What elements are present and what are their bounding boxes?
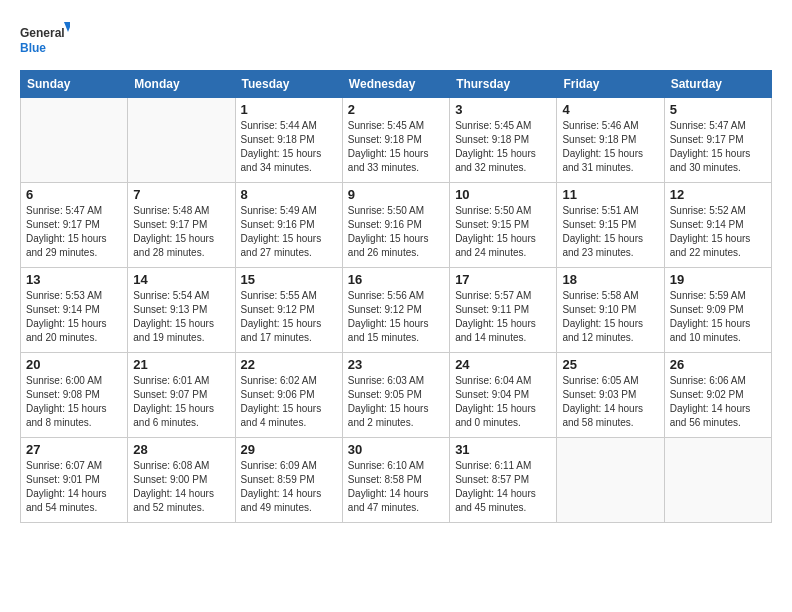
calendar-cell: 18Sunrise: 5:58 AM Sunset: 9:10 PM Dayli… <box>557 268 664 353</box>
calendar-cell: 27Sunrise: 6:07 AM Sunset: 9:01 PM Dayli… <box>21 438 128 523</box>
day-info: Sunrise: 6:10 AM Sunset: 8:58 PM Dayligh… <box>348 459 444 515</box>
day-info: Sunrise: 5:45 AM Sunset: 9:18 PM Dayligh… <box>348 119 444 175</box>
day-number: 8 <box>241 187 337 202</box>
day-number: 1 <box>241 102 337 117</box>
day-number: 5 <box>670 102 766 117</box>
calendar-cell: 28Sunrise: 6:08 AM Sunset: 9:00 PM Dayli… <box>128 438 235 523</box>
day-number: 24 <box>455 357 551 372</box>
week-row-5: 27Sunrise: 6:07 AM Sunset: 9:01 PM Dayli… <box>21 438 772 523</box>
day-number: 9 <box>348 187 444 202</box>
day-info: Sunrise: 6:03 AM Sunset: 9:05 PM Dayligh… <box>348 374 444 430</box>
calendar-cell: 2Sunrise: 5:45 AM Sunset: 9:18 PM Daylig… <box>342 98 449 183</box>
calendar-cell: 26Sunrise: 6:06 AM Sunset: 9:02 PM Dayli… <box>664 353 771 438</box>
svg-text:General: General <box>20 26 65 40</box>
day-info: Sunrise: 6:01 AM Sunset: 9:07 PM Dayligh… <box>133 374 229 430</box>
day-info: Sunrise: 6:00 AM Sunset: 9:08 PM Dayligh… <box>26 374 122 430</box>
week-row-3: 13Sunrise: 5:53 AM Sunset: 9:14 PM Dayli… <box>21 268 772 353</box>
col-header-saturday: Saturday <box>664 71 771 98</box>
day-number: 25 <box>562 357 658 372</box>
week-row-2: 6Sunrise: 5:47 AM Sunset: 9:17 PM Daylig… <box>21 183 772 268</box>
day-info: Sunrise: 5:57 AM Sunset: 9:11 PM Dayligh… <box>455 289 551 345</box>
day-number: 22 <box>241 357 337 372</box>
day-info: Sunrise: 5:59 AM Sunset: 9:09 PM Dayligh… <box>670 289 766 345</box>
day-info: Sunrise: 5:45 AM Sunset: 9:18 PM Dayligh… <box>455 119 551 175</box>
col-header-wednesday: Wednesday <box>342 71 449 98</box>
calendar-cell: 4Sunrise: 5:46 AM Sunset: 9:18 PM Daylig… <box>557 98 664 183</box>
day-info: Sunrise: 5:49 AM Sunset: 9:16 PM Dayligh… <box>241 204 337 260</box>
calendar-cell: 13Sunrise: 5:53 AM Sunset: 9:14 PM Dayli… <box>21 268 128 353</box>
calendar-cell: 14Sunrise: 5:54 AM Sunset: 9:13 PM Dayli… <box>128 268 235 353</box>
calendar-cell: 15Sunrise: 5:55 AM Sunset: 9:12 PM Dayli… <box>235 268 342 353</box>
calendar-cell: 21Sunrise: 6:01 AM Sunset: 9:07 PM Dayli… <box>128 353 235 438</box>
calendar-cell: 20Sunrise: 6:00 AM Sunset: 9:08 PM Dayli… <box>21 353 128 438</box>
day-number: 2 <box>348 102 444 117</box>
col-header-thursday: Thursday <box>450 71 557 98</box>
day-number: 21 <box>133 357 229 372</box>
logo-svg: General Blue <box>20 20 70 60</box>
day-info: Sunrise: 5:58 AM Sunset: 9:10 PM Dayligh… <box>562 289 658 345</box>
day-number: 31 <box>455 442 551 457</box>
calendar-cell: 22Sunrise: 6:02 AM Sunset: 9:06 PM Dayli… <box>235 353 342 438</box>
calendar-header-row: SundayMondayTuesdayWednesdayThursdayFrid… <box>21 71 772 98</box>
calendar-cell: 9Sunrise: 5:50 AM Sunset: 9:16 PM Daylig… <box>342 183 449 268</box>
day-info: Sunrise: 5:47 AM Sunset: 9:17 PM Dayligh… <box>26 204 122 260</box>
calendar-cell: 8Sunrise: 5:49 AM Sunset: 9:16 PM Daylig… <box>235 183 342 268</box>
day-info: Sunrise: 5:46 AM Sunset: 9:18 PM Dayligh… <box>562 119 658 175</box>
calendar-cell <box>21 98 128 183</box>
day-info: Sunrise: 5:55 AM Sunset: 9:12 PM Dayligh… <box>241 289 337 345</box>
calendar-cell: 6Sunrise: 5:47 AM Sunset: 9:17 PM Daylig… <box>21 183 128 268</box>
day-number: 15 <box>241 272 337 287</box>
day-info: Sunrise: 5:56 AM Sunset: 9:12 PM Dayligh… <box>348 289 444 345</box>
week-row-4: 20Sunrise: 6:00 AM Sunset: 9:08 PM Dayli… <box>21 353 772 438</box>
day-number: 10 <box>455 187 551 202</box>
svg-text:Blue: Blue <box>20 41 46 55</box>
calendar-cell: 5Sunrise: 5:47 AM Sunset: 9:17 PM Daylig… <box>664 98 771 183</box>
day-number: 19 <box>670 272 766 287</box>
day-number: 16 <box>348 272 444 287</box>
calendar-cell: 17Sunrise: 5:57 AM Sunset: 9:11 PM Dayli… <box>450 268 557 353</box>
day-number: 14 <box>133 272 229 287</box>
calendar-cell: 16Sunrise: 5:56 AM Sunset: 9:12 PM Dayli… <box>342 268 449 353</box>
calendar-cell: 25Sunrise: 6:05 AM Sunset: 9:03 PM Dayli… <box>557 353 664 438</box>
day-number: 11 <box>562 187 658 202</box>
day-number: 7 <box>133 187 229 202</box>
col-header-monday: Monday <box>128 71 235 98</box>
calendar-cell: 29Sunrise: 6:09 AM Sunset: 8:59 PM Dayli… <box>235 438 342 523</box>
day-number: 23 <box>348 357 444 372</box>
day-info: Sunrise: 5:48 AM Sunset: 9:17 PM Dayligh… <box>133 204 229 260</box>
day-info: Sunrise: 6:07 AM Sunset: 9:01 PM Dayligh… <box>26 459 122 515</box>
week-row-1: 1Sunrise: 5:44 AM Sunset: 9:18 PM Daylig… <box>21 98 772 183</box>
day-info: Sunrise: 6:09 AM Sunset: 8:59 PM Dayligh… <box>241 459 337 515</box>
calendar-cell <box>128 98 235 183</box>
day-info: Sunrise: 5:52 AM Sunset: 9:14 PM Dayligh… <box>670 204 766 260</box>
day-number: 12 <box>670 187 766 202</box>
calendar-cell: 7Sunrise: 5:48 AM Sunset: 9:17 PM Daylig… <box>128 183 235 268</box>
day-number: 20 <box>26 357 122 372</box>
day-number: 30 <box>348 442 444 457</box>
day-info: Sunrise: 5:54 AM Sunset: 9:13 PM Dayligh… <box>133 289 229 345</box>
day-number: 4 <box>562 102 658 117</box>
col-header-friday: Friday <box>557 71 664 98</box>
day-info: Sunrise: 6:06 AM Sunset: 9:02 PM Dayligh… <box>670 374 766 430</box>
day-info: Sunrise: 6:08 AM Sunset: 9:00 PM Dayligh… <box>133 459 229 515</box>
day-info: Sunrise: 5:50 AM Sunset: 9:16 PM Dayligh… <box>348 204 444 260</box>
day-number: 26 <box>670 357 766 372</box>
svg-marker-2 <box>64 22 70 32</box>
calendar-cell: 19Sunrise: 5:59 AM Sunset: 9:09 PM Dayli… <box>664 268 771 353</box>
calendar-cell: 31Sunrise: 6:11 AM Sunset: 8:57 PM Dayli… <box>450 438 557 523</box>
day-info: Sunrise: 5:51 AM Sunset: 9:15 PM Dayligh… <box>562 204 658 260</box>
day-number: 29 <box>241 442 337 457</box>
day-number: 27 <box>26 442 122 457</box>
day-number: 17 <box>455 272 551 287</box>
calendar-cell: 24Sunrise: 6:04 AM Sunset: 9:04 PM Dayli… <box>450 353 557 438</box>
calendar-cell: 12Sunrise: 5:52 AM Sunset: 9:14 PM Dayli… <box>664 183 771 268</box>
day-info: Sunrise: 6:05 AM Sunset: 9:03 PM Dayligh… <box>562 374 658 430</box>
calendar-cell: 23Sunrise: 6:03 AM Sunset: 9:05 PM Dayli… <box>342 353 449 438</box>
calendar-table: SundayMondayTuesdayWednesdayThursdayFrid… <box>20 70 772 523</box>
day-number: 13 <box>26 272 122 287</box>
calendar-cell <box>664 438 771 523</box>
page-header: General Blue <box>20 20 772 60</box>
calendar-cell: 3Sunrise: 5:45 AM Sunset: 9:18 PM Daylig… <box>450 98 557 183</box>
day-info: Sunrise: 5:47 AM Sunset: 9:17 PM Dayligh… <box>670 119 766 175</box>
day-number: 28 <box>133 442 229 457</box>
